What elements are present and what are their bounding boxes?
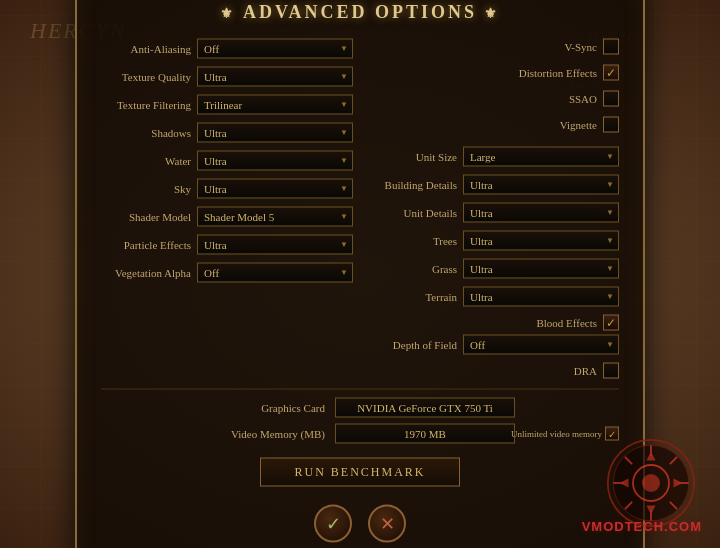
- water-label: Water: [101, 155, 191, 167]
- grass-row: Grass OffLowMediumHighUltra: [367, 259, 619, 279]
- blood-effects-row: Blood Effects ✓: [367, 315, 619, 331]
- shadows-row: Shadows OffLowMediumHighUltra: [101, 123, 353, 143]
- texture-quality-select[interactable]: LowMediumHighUltra: [197, 67, 353, 87]
- graphics-card-value: NVIDIA GeForce GTX 750 Ti: [335, 398, 515, 418]
- vsync-label: V-Sync: [564, 41, 597, 53]
- shader-model-row: Shader Model Shader Model 3Shader Model …: [101, 207, 353, 227]
- trees-select[interactable]: LowMediumHighUltra: [463, 231, 619, 251]
- unlimited-label: Unlimited video memory: [511, 429, 602, 439]
- ssao-row: SSAO: [569, 91, 619, 107]
- unit-size-select[interactable]: SmallMediumLargeUltra: [463, 147, 619, 167]
- ssao-checkbox[interactable]: [603, 91, 619, 107]
- particle-effects-row: Particle Effects OffLowMediumHighUltra: [101, 235, 353, 255]
- shader-model-select-wrapper: Shader Model 3Shader Model 4Shader Model…: [197, 207, 353, 227]
- video-memory-value: 1970 MB: [335, 424, 515, 444]
- water-select-wrapper: OffLowMediumHighUltra: [197, 151, 353, 171]
- vsync-row: V-Sync: [564, 39, 619, 55]
- depth-of-field-select[interactable]: OffOn: [463, 335, 619, 355]
- distortion-row: Distortion Effects ✓: [519, 65, 619, 81]
- dra-label: DRA: [574, 365, 597, 377]
- sky-select-wrapper: LowMediumHighUltra: [197, 179, 353, 199]
- building-details-label: Building Details: [367, 179, 457, 191]
- left-column: Anti-Aliasing Off2x MSAA4x MSAA8x MSAA T…: [101, 39, 353, 379]
- vignette-label: Vignette: [560, 119, 597, 131]
- shadows-select[interactable]: OffLowMediumHighUltra: [197, 123, 353, 143]
- watermark: VMODTECH.COM: [582, 519, 702, 534]
- right-column: V-Sync Distortion Effects ✓ SSAO Vignett…: [367, 39, 619, 379]
- benchmark-row: Run Benchmark: [101, 450, 619, 495]
- unit-details-select[interactable]: LowMediumHighUltra: [463, 203, 619, 223]
- dra-row: DRA: [367, 363, 619, 379]
- video-memory-label: Video Memory (MB): [205, 428, 325, 440]
- vignette-checkbox[interactable]: [603, 117, 619, 133]
- trees-select-wrapper: LowMediumHighUltra: [463, 231, 619, 251]
- distortion-label: Distortion Effects: [519, 67, 597, 79]
- terrain-label: Terrain: [367, 291, 457, 303]
- svg-point-11: [642, 474, 660, 492]
- texture-filtering-select[interactable]: BilinearTrilinearAnisotropic 4xAnisotrop…: [197, 95, 353, 115]
- dialog-title: Advanced Options: [101, 2, 619, 23]
- water-row: Water OffLowMediumHighUltra: [101, 151, 353, 171]
- emblem: [606, 438, 696, 528]
- shader-model-select[interactable]: Shader Model 3Shader Model 4Shader Model…: [197, 207, 353, 227]
- texture-filtering-row: Texture Filtering BilinearTrilinearAniso…: [101, 95, 353, 115]
- unit-details-select-wrapper: LowMediumHighUltra: [463, 203, 619, 223]
- terrain-select[interactable]: LowMediumHighUltra: [463, 287, 619, 307]
- unit-size-label: Unit Size: [367, 151, 457, 163]
- anti-aliasing-label: Anti-Aliasing: [101, 43, 191, 55]
- particle-effects-select[interactable]: OffLowMediumHighUltra: [197, 235, 353, 255]
- dra-checkbox[interactable]: [603, 363, 619, 379]
- vegetation-alpha-select-wrapper: OffOn: [197, 263, 353, 283]
- texture-quality-select-wrapper: LowMediumHighUltra: [197, 67, 353, 87]
- unit-size-row: Unit Size SmallMediumLargeUltra: [367, 147, 619, 167]
- sky-row: Sky LowMediumHighUltra: [101, 179, 353, 199]
- depth-of-field-label: Depth of Field: [367, 339, 457, 351]
- blood-effects-check-icon: ✓: [606, 317, 616, 329]
- cancel-button[interactable]: ✕: [368, 505, 406, 543]
- unit-details-row: Unit Details LowMediumHighUltra: [367, 203, 619, 223]
- vsync-checkbox[interactable]: [603, 39, 619, 55]
- depth-of-field-row: Depth of Field OffOn: [367, 335, 619, 355]
- building-details-select-wrapper: LowMediumHighUltra: [463, 175, 619, 195]
- vegetation-alpha-row: Vegetation Alpha OffOn: [101, 263, 353, 283]
- sky-label: Sky: [101, 183, 191, 195]
- particle-effects-label: Particle Effects: [101, 239, 191, 251]
- action-buttons: ✓ ✕: [101, 505, 619, 543]
- trees-row: Trees LowMediumHighUltra: [367, 231, 619, 251]
- depth-of-field-select-wrapper: OffOn: [463, 335, 619, 355]
- vegetation-alpha-select[interactable]: OffOn: [197, 263, 353, 283]
- texture-quality-row: Texture Quality LowMediumHighUltra: [101, 67, 353, 87]
- texture-quality-label: Texture Quality: [101, 71, 191, 83]
- blood-effects-label: Blood Effects: [536, 317, 597, 329]
- anti-aliasing-select-wrapper: Off2x MSAA4x MSAA8x MSAA: [197, 39, 353, 59]
- bottom-section: Graphics Card NVIDIA GeForce GTX 750 Ti …: [101, 389, 619, 543]
- shadows-select-wrapper: OffLowMediumHighUltra: [197, 123, 353, 143]
- vegetation-alpha-label: Vegetation Alpha: [101, 267, 191, 279]
- graphics-card-row: Graphics Card NVIDIA GeForce GTX 750 Ti: [101, 398, 619, 418]
- building-details-select[interactable]: LowMediumHighUltra: [463, 175, 619, 195]
- unlimited-video-memory: Unlimited video memory ✓: [511, 427, 619, 441]
- confirm-button[interactable]: ✓: [314, 505, 352, 543]
- water-select[interactable]: OffLowMediumHighUltra: [197, 151, 353, 171]
- graphics-card-label: Graphics Card: [205, 402, 325, 414]
- grass-select[interactable]: OffLowMediumHighUltra: [463, 259, 619, 279]
- blood-effects-checkbox[interactable]: ✓: [603, 315, 619, 331]
- trees-label: Trees: [367, 235, 457, 247]
- terrain-row: Terrain LowMediumHighUltra: [367, 287, 619, 307]
- texture-filtering-label: Texture Filtering: [101, 99, 191, 111]
- unit-details-label: Unit Details: [367, 207, 457, 219]
- checkboxes-area: V-Sync Distortion Effects ✓ SSAO Vignett…: [367, 39, 619, 139]
- unit-size-select-wrapper: SmallMediumLargeUltra: [463, 147, 619, 167]
- sky-select[interactable]: LowMediumHighUltra: [197, 179, 353, 199]
- vignette-row: Vignette: [560, 117, 619, 133]
- shadows-label: Shadows: [101, 127, 191, 139]
- texture-filtering-select-wrapper: BilinearTrilinearAnisotropic 4xAnisotrop…: [197, 95, 353, 115]
- distortion-check-icon: ✓: [606, 67, 616, 79]
- terrain-select-wrapper: LowMediumHighUltra: [463, 287, 619, 307]
- anti-aliasing-select[interactable]: Off2x MSAA4x MSAA8x MSAA: [197, 39, 353, 59]
- benchmark-button[interactable]: Run Benchmark: [260, 458, 460, 487]
- grass-select-wrapper: OffLowMediumHighUltra: [463, 259, 619, 279]
- shader-model-label: Shader Model: [101, 211, 191, 223]
- distortion-checkbox[interactable]: ✓: [603, 65, 619, 81]
- ssao-label: SSAO: [569, 93, 597, 105]
